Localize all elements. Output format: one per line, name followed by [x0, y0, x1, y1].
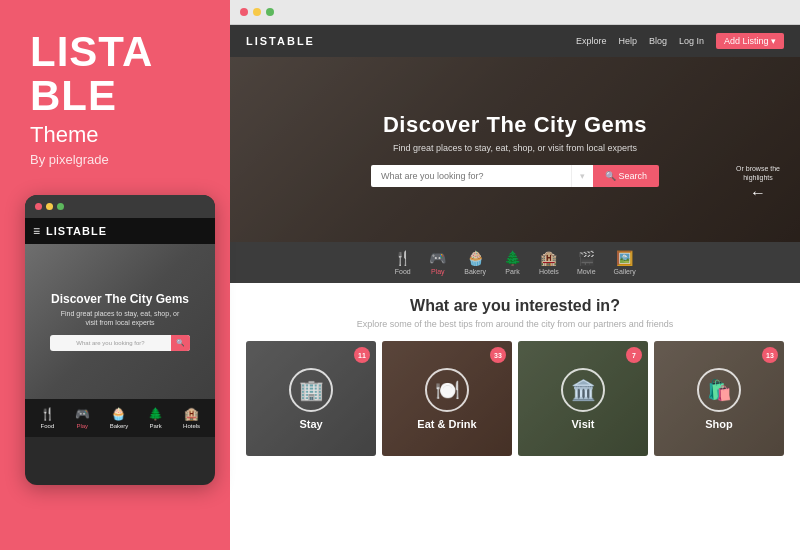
- search-icon: 🔍: [176, 339, 185, 347]
- cat-label-movie: Movie: [577, 268, 596, 275]
- card-visit-content: 🏛️ Visit: [518, 341, 648, 456]
- website-preview: LISTABLE Explore Help Blog Log In Add Li…: [230, 25, 800, 550]
- play-icon: 🎮: [429, 250, 446, 266]
- hamburger-icon: ≡: [33, 224, 40, 238]
- nav-item-login[interactable]: Log In: [679, 36, 704, 46]
- mobile-categories: 🍴 Food 🎮 Play 🧁 Bakery 🌲 Park 🏨 Hotels: [25, 399, 215, 437]
- card-visit[interactable]: 7 🏛️ Visit: [518, 341, 648, 456]
- category-gallery[interactable]: 🖼️ Gallery: [614, 250, 636, 275]
- mobile-dot-green: [57, 203, 64, 210]
- mobile-hero: Discover The City Gems Find great places…: [25, 244, 215, 399]
- mobile-category-hotels[interactable]: 🏨 Hotels: [183, 407, 200, 429]
- mobile-dot-red: [35, 203, 42, 210]
- card-eat[interactable]: 33 🍽️ Eat & Drink: [382, 341, 512, 456]
- mobile-cat-label-hotels: Hotels: [183, 423, 200, 429]
- mobile-cat-label-food: Food: [41, 423, 55, 429]
- nav-item-help[interactable]: Help: [618, 36, 637, 46]
- mobile-dots: [25, 195, 215, 218]
- cat-label-food: Food: [395, 268, 411, 275]
- park-icon: 🌲: [504, 250, 521, 266]
- browser-dot-green: [266, 8, 274, 16]
- mobile-logo: LISTABLE: [46, 225, 107, 237]
- category-movie[interactable]: 🎬 Movie: [577, 250, 596, 275]
- cat-label-park: Park: [505, 268, 519, 275]
- card-eat-content: 🍽️ Eat & Drink: [382, 341, 512, 456]
- hero-title: Discover The City Gems: [371, 112, 659, 138]
- cat-label-gallery: Gallery: [614, 268, 636, 275]
- bakery-icon: 🧁: [467, 250, 484, 266]
- by-line: By pixelgrade: [30, 152, 109, 167]
- hero-search-input[interactable]: [371, 165, 571, 187]
- park-icon: 🌲: [148, 407, 163, 421]
- interest-subtitle: Explore some of the best tips from aroun…: [246, 319, 784, 329]
- categories-bar: 🍴 Food 🎮 Play 🧁 Bakery 🌲 Park 🏨 Hotels 🎬: [230, 242, 800, 283]
- browse-hint: Or browse thehighlights ←: [736, 164, 780, 202]
- hero-search[interactable]: ▾ 🔍 Search: [371, 165, 659, 187]
- mobile-category-bakery[interactable]: 🧁 Bakery: [110, 407, 129, 429]
- browse-hint-text: Or browse thehighlights: [736, 164, 780, 182]
- browser-dot-red: [240, 8, 248, 16]
- card-shop-label: Shop: [705, 418, 733, 430]
- mobile-cat-label-bakery: Bakery: [110, 423, 129, 429]
- mobile-hero-title: Discover The City Gems: [50, 292, 190, 306]
- mobile-category-park[interactable]: 🌲 Park: [148, 407, 163, 429]
- card-stay-label: Stay: [299, 418, 322, 430]
- mobile-category-play[interactable]: 🎮 Play: [75, 407, 90, 429]
- gallery-icon: 🖼️: [616, 250, 633, 266]
- mobile-nav: ≡ LISTABLE: [25, 218, 215, 244]
- mobile-cat-label-play: Play: [76, 423, 88, 429]
- card-stay-icon: 🏢: [289, 368, 333, 412]
- right-panel: LISTABLE Explore Help Blog Log In Add Li…: [230, 0, 800, 550]
- hero-section: Discover The City Gems Find great places…: [230, 57, 800, 242]
- mobile-hero-subtitle: Find great places to stay, eat, shop, or…: [50, 309, 190, 327]
- card-eat-icon: 🍽️: [425, 368, 469, 412]
- mobile-dot-yellow: [46, 203, 53, 210]
- hero-content: Discover The City Gems Find great places…: [371, 112, 659, 187]
- browser-dot-yellow: [253, 8, 261, 16]
- add-listing-button[interactable]: Add Listing ▾: [716, 33, 784, 49]
- mobile-search-input[interactable]: What are you looking for?: [50, 336, 171, 350]
- mobile-mockup: ≡ LISTABLE Discover The City Gems Find g…: [25, 195, 215, 485]
- nav-item-explore[interactable]: Explore: [576, 36, 607, 46]
- category-park[interactable]: 🌲 Park: [504, 250, 521, 275]
- interest-cards: 11 🏢 Stay 33 🍽️ Eat & Drink: [246, 341, 784, 456]
- left-panel: LISTABLE Theme By pixelgrade ≡ LISTABLE …: [0, 0, 230, 550]
- browse-arrow-icon: ←: [736, 184, 780, 202]
- cat-label-hotels: Hotels: [539, 268, 559, 275]
- brand-subtitle: Theme: [30, 122, 98, 148]
- search-dropdown[interactable]: ▾: [571, 165, 593, 187]
- interest-section: What are you interested in? Explore some…: [230, 283, 800, 550]
- mobile-cat-label-park: Park: [150, 423, 162, 429]
- bakery-icon: 🧁: [111, 407, 126, 421]
- interest-title: What are you interested in?: [246, 297, 784, 315]
- hotels-icon: 🏨: [540, 250, 557, 266]
- search-button[interactable]: 🔍 Search: [593, 165, 659, 187]
- hotels-icon: 🏨: [184, 407, 199, 421]
- cat-label-play: Play: [431, 268, 445, 275]
- category-hotels[interactable]: 🏨 Hotels: [539, 250, 559, 275]
- mobile-category-food[interactable]: 🍴 Food: [40, 407, 55, 429]
- food-icon: 🍴: [40, 407, 55, 421]
- site-logo: LISTABLE: [246, 35, 315, 47]
- brand-title: LISTABLE: [30, 30, 153, 118]
- card-shop[interactable]: 13 🛍️ Shop: [654, 341, 784, 456]
- card-visit-icon: 🏛️: [561, 368, 605, 412]
- mobile-search-button[interactable]: 🔍: [171, 335, 190, 351]
- site-nav: Explore Help Blog Log In Add Listing ▾: [576, 33, 784, 49]
- category-bakery[interactable]: 🧁 Bakery: [464, 250, 486, 275]
- mobile-search-bar[interactable]: What are you looking for? 🔍: [50, 335, 190, 351]
- category-play[interactable]: 🎮 Play: [429, 250, 446, 275]
- site-header: LISTABLE Explore Help Blog Log In Add Li…: [230, 25, 800, 57]
- card-stay[interactable]: 11 🏢 Stay: [246, 341, 376, 456]
- movie-icon: 🎬: [578, 250, 595, 266]
- category-food[interactable]: 🍴 Food: [394, 250, 411, 275]
- card-visit-label: Visit: [571, 418, 594, 430]
- play-icon: 🎮: [75, 407, 90, 421]
- browser-chrome: [230, 0, 800, 25]
- cat-label-bakery: Bakery: [464, 268, 486, 275]
- hero-subtitle: Find great places to stay, eat, shop, or…: [371, 143, 659, 153]
- nav-item-blog[interactable]: Blog: [649, 36, 667, 46]
- card-eat-label: Eat & Drink: [417, 418, 476, 430]
- food-icon: 🍴: [394, 250, 411, 266]
- card-shop-content: 🛍️ Shop: [654, 341, 784, 456]
